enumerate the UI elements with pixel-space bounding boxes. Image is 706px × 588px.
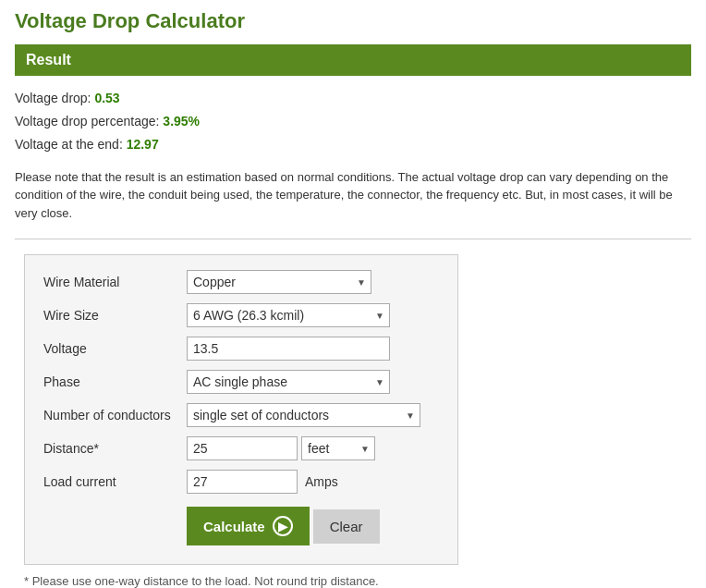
- wire-size-row: Wire Size 6 AWG (26.3 kcmil) 4 AWG 2 AWG: [43, 303, 439, 327]
- voltage-end-label: Voltage at the end:: [15, 137, 127, 152]
- calculate-arrow-icon: ▶: [273, 516, 293, 536]
- phase-select[interactable]: AC single phase AC three phase DC: [187, 370, 390, 394]
- wire-size-label: Wire Size: [43, 308, 187, 323]
- distance-label: Distance*: [43, 441, 187, 456]
- distance-input[interactable]: [187, 436, 298, 460]
- voltage-end-line: Voltage at the end: 12.97: [15, 133, 691, 156]
- distance-unit-wrapper: feet meters: [298, 436, 375, 460]
- conductors-wrapper: single set of conductors two sets of con…: [187, 403, 420, 427]
- wire-material-label: Wire Material: [43, 275, 187, 289]
- calculate-label: Calculate: [203, 519, 265, 534]
- wire-material-wrapper: Copper Aluminum: [187, 270, 371, 294]
- distance-row: Distance* feet meters: [43, 436, 439, 460]
- divider: [15, 239, 691, 239]
- voltage-input[interactable]: [187, 337, 390, 361]
- voltage-drop-pct-label: Voltage drop percentage:: [15, 114, 163, 129]
- voltage-drop-pct-value: 3.95%: [163, 114, 200, 129]
- calculator-form: Wire Material Copper Aluminum Wire Size …: [24, 254, 458, 565]
- conductors-label: Number of conductors: [43, 408, 187, 423]
- amps-label: Amps: [305, 474, 338, 489]
- button-row: Calculate ▶ Clear: [187, 507, 439, 545]
- page-title: Voltage Drop Calculator: [15, 9, 691, 33]
- voltage-drop-value: 0.53: [94, 91, 119, 105]
- phase-label: Phase: [43, 374, 187, 389]
- conductors-select[interactable]: single set of conductors two sets of con…: [187, 403, 420, 427]
- clear-button[interactable]: Clear: [313, 509, 380, 544]
- distance-unit-select[interactable]: feet meters: [301, 436, 375, 460]
- wire-size-wrapper: 6 AWG (26.3 kcmil) 4 AWG 2 AWG: [187, 303, 390, 327]
- load-input[interactable]: [187, 470, 298, 494]
- conductors-row: Number of conductors single set of condu…: [43, 403, 439, 427]
- calculate-button[interactable]: Calculate ▶: [187, 507, 310, 545]
- voltage-row: Voltage: [43, 337, 439, 361]
- voltage-drop-line: Voltage drop: 0.53: [15, 87, 691, 110]
- wire-material-row: Wire Material Copper Aluminum: [43, 270, 439, 294]
- result-section: Voltage drop: 0.53 Voltage drop percenta…: [15, 87, 691, 157]
- voltage-label: Voltage: [43, 341, 187, 356]
- wire-material-select[interactable]: Copper Aluminum: [187, 270, 371, 294]
- voltage-drop-label: Voltage drop:: [15, 91, 94, 105]
- wire-size-select[interactable]: 6 AWG (26.3 kcmil) 4 AWG 2 AWG: [187, 303, 390, 327]
- result-note: Please note that the result is an estima…: [15, 168, 691, 223]
- voltage-end-value: 12.97: [127, 137, 159, 152]
- load-row: Load current Amps: [43, 470, 439, 494]
- footnote: * Please use one-way distance to the loa…: [24, 574, 691, 588]
- phase-row: Phase AC single phase AC three phase DC: [43, 370, 439, 394]
- phase-wrapper: AC single phase AC three phase DC: [187, 370, 390, 394]
- result-header: Result: [15, 44, 691, 76]
- load-label: Load current: [43, 474, 187, 489]
- voltage-drop-pct-line: Voltage drop percentage: 3.95%: [15, 110, 691, 133]
